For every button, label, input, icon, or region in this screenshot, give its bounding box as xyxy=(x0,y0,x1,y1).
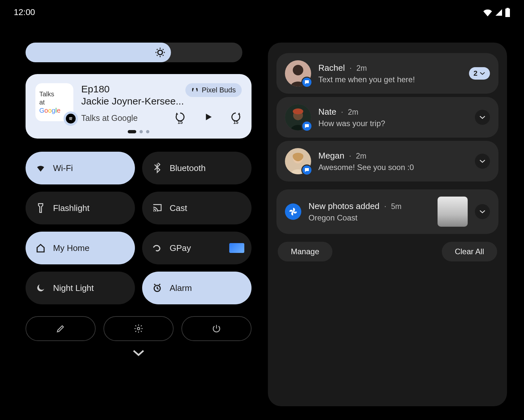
clock: 12:00 xyxy=(14,7,35,17)
notif-time: 5m xyxy=(391,202,402,211)
notification-footer: Manage Clear All xyxy=(276,242,498,261)
notif-text: Awesome! See you soon :0 xyxy=(318,163,468,172)
chevron-down-icon xyxy=(479,209,486,214)
forward-15-button[interactable]: 15 xyxy=(230,111,242,124)
spotify-icon xyxy=(64,111,78,126)
notif-sender: Rachel xyxy=(318,63,345,73)
earbuds-icon xyxy=(191,86,198,94)
quick-settings-panel: Talks at Google Ep180 Jackie Joyner-Kers… xyxy=(26,43,252,357)
svg-point-2 xyxy=(137,327,140,330)
notif-expand[interactable] xyxy=(475,110,490,125)
wifi-icon xyxy=(483,9,493,16)
media-artist: Jackie Joyner-Kersee... xyxy=(81,95,184,107)
cast-icon xyxy=(152,203,162,213)
svg-point-7 xyxy=(293,108,303,114)
tile-alarm[interactable]: Alarm xyxy=(142,272,252,304)
chevron-down-icon xyxy=(479,159,486,163)
tile-my-home[interactable]: My Home xyxy=(26,232,135,264)
tile-bluetooth[interactable]: Bluetooth xyxy=(142,152,252,184)
media-player-card[interactable]: Talks at Google Ep180 Jackie Joyner-Kers… xyxy=(26,74,252,139)
gpay-icon xyxy=(152,243,162,253)
chevron-down-icon xyxy=(132,349,145,357)
notif-time: 2m xyxy=(356,152,366,161)
notif-count-expand[interactable]: 2 xyxy=(469,67,490,80)
card-thumbnail xyxy=(229,243,244,253)
media-page-indicator xyxy=(35,130,242,133)
messages-app-icon xyxy=(301,77,312,88)
notif-title: New photos added xyxy=(309,201,380,211)
media-title: Ep180 xyxy=(81,83,184,95)
status-bar: 12:00 xyxy=(0,7,524,17)
notification-conversation[interactable]: Rachel · 2m Text me when you get here! 2 xyxy=(276,53,498,94)
svg-point-0 xyxy=(158,50,162,55)
moon-icon xyxy=(35,283,46,293)
battery-icon xyxy=(505,8,510,17)
photos-app-icon xyxy=(285,203,301,220)
notif-time: 2m xyxy=(356,64,367,73)
tile-flashlight[interactable]: Flashlight xyxy=(26,192,135,224)
wifi-icon xyxy=(35,163,46,173)
tile-cast[interactable]: Cast xyxy=(142,192,252,224)
qs-footer-actions xyxy=(26,316,252,341)
messages-app-icon xyxy=(301,164,312,176)
notif-text: Text me when you get here! xyxy=(318,75,462,84)
alarm-icon xyxy=(152,283,162,293)
chevron-down-icon xyxy=(479,71,485,75)
notif-expand[interactable] xyxy=(475,154,490,169)
edit-tiles-button[interactable] xyxy=(26,316,96,341)
svg-point-4 xyxy=(293,65,303,75)
tile-gpay[interactable]: GPay xyxy=(142,232,252,264)
tile-night-light[interactable]: Night Light xyxy=(26,272,135,304)
signal-icon xyxy=(495,9,503,16)
notification-conversation[interactable]: Nate · 2m How was your trip? xyxy=(276,97,498,138)
notif-sender: Megan xyxy=(318,151,345,161)
settings-button[interactable] xyxy=(103,316,174,341)
brightness-slider[interactable] xyxy=(26,43,252,62)
chevron-down-icon xyxy=(479,115,486,120)
photo-thumbnail xyxy=(438,197,468,227)
output-device-chip[interactable]: Pixel Buds xyxy=(185,83,242,97)
qs-tiles-grid: Wi-Fi Bluetooth Flashlight Cast My Home … xyxy=(26,152,252,304)
gear-icon xyxy=(134,324,143,334)
home-icon xyxy=(35,243,46,253)
bluetooth-icon xyxy=(152,163,162,173)
tile-wifi[interactable]: Wi-Fi xyxy=(26,152,135,184)
rewind-15-button[interactable]: 15 xyxy=(174,111,186,124)
clear-all-button[interactable]: Clear All xyxy=(442,242,497,261)
power-button[interactable] xyxy=(181,316,252,341)
pencil-icon xyxy=(56,324,66,334)
power-icon xyxy=(212,324,221,334)
status-icons xyxy=(483,8,510,17)
notif-time: 2m xyxy=(348,108,358,117)
flashlight-icon xyxy=(35,203,46,213)
media-source: Talks at Google xyxy=(81,113,138,123)
notification-photos[interactable]: New photos added · 5m Oregon Coast xyxy=(276,189,498,234)
notification-shade: Rachel · 2m Text me when you get here! 2… xyxy=(268,43,507,406)
notification-conversation[interactable]: Megan · 2m Awesome! See you soon :0 xyxy=(276,141,498,181)
brightness-icon xyxy=(155,47,166,58)
notif-sender: Nate xyxy=(318,107,336,117)
album-art: Talks at Google xyxy=(35,83,73,121)
collapse-handle[interactable] xyxy=(26,349,252,357)
notif-expand[interactable] xyxy=(475,204,490,219)
play-button[interactable] xyxy=(203,112,213,123)
notif-subtitle: Oregon Coast xyxy=(309,213,430,222)
notif-text: How was your trip? xyxy=(318,119,468,128)
manage-button[interactable]: Manage xyxy=(278,242,332,261)
messages-app-icon xyxy=(301,121,312,132)
